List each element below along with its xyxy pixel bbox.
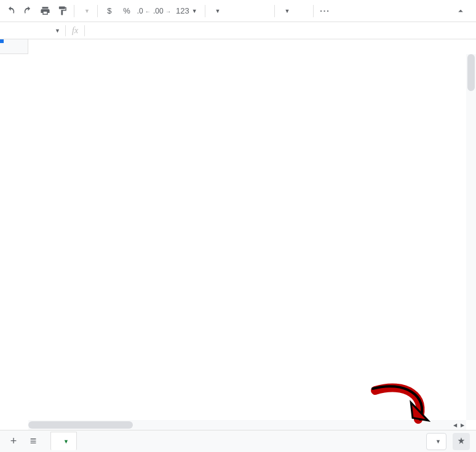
increase-decimal-button[interactable]: .00 →	[153, 3, 171, 19]
add-sheet-button[interactable]: +	[4, 432, 23, 451]
chevron-down-icon: ▼	[55, 28, 60, 34]
scroll-left-button[interactable]: ◀	[451, 420, 459, 430]
font-size-dropdown[interactable]: ▼	[279, 3, 309, 19]
font-dropdown[interactable]: ▼	[209, 3, 271, 19]
more-formats-dropdown[interactable]: 123 ▼	[172, 3, 201, 19]
chevron-down-icon: ▼	[435, 438, 441, 445]
sheet-tab[interactable]: ▼	[50, 432, 77, 450]
explore-button[interactable]	[453, 433, 470, 450]
chevron-down-icon: ▼	[63, 438, 69, 445]
chevron-down-icon: ▼	[192, 8, 197, 14]
fx-icon: fx	[66, 26, 84, 36]
more-formats-label: 123	[176, 6, 189, 15]
redo-button[interactable]	[20, 3, 36, 19]
formula-bar: ▼ fx	[0, 22, 476, 39]
undo-button[interactable]	[2, 3, 18, 19]
all-sheets-button[interactable]: ≡	[23, 432, 43, 451]
chevron-down-icon: ▼	[84, 8, 90, 14]
percent-button[interactable]: %	[119, 3, 135, 19]
zoom-dropdown[interactable]: ▼	[78, 3, 93, 19]
more-toolbar-button[interactable]: ···	[317, 3, 333, 19]
quicksum-dropdown[interactable]: ▼	[426, 433, 446, 450]
chevron-down-icon: ▼	[285, 8, 290, 14]
column-headers[interactable]	[28, 39, 476, 54]
collapse-toolbar-button[interactable]	[453, 3, 469, 19]
horizontal-scrollbar[interactable]	[28, 420, 451, 430]
print-button[interactable]	[37, 3, 53, 19]
select-all-corner[interactable]	[0, 39, 28, 54]
spreadsheet-grid[interactable]: ◀ ▶	[0, 39, 476, 430]
decrease-decimal-button[interactable]: .0 ←	[136, 3, 152, 19]
vertical-scrollbar[interactable]	[466, 54, 476, 420]
name-box[interactable]: ▼	[0, 22, 65, 39]
vertical-scrollbar-thumb[interactable]	[467, 54, 475, 91]
sheet-tab-bar: + ≡ ▼ ▼	[0, 430, 476, 452]
paint-format-button[interactable]	[54, 3, 70, 19]
formula-input[interactable]	[84, 25, 91, 36]
horizontal-scrollbar-thumb[interactable]	[28, 421, 133, 429]
selection-handle[interactable]	[0, 39, 4, 43]
scroll-right-button[interactable]: ▶	[459, 420, 466, 430]
chevron-down-icon: ▼	[215, 8, 221, 14]
currency-button[interactable]: $	[101, 3, 117, 19]
toolbar: ▼ $ % .0 ← .00 → 123 ▼ ▼ ▼ ···	[0, 0, 476, 22]
